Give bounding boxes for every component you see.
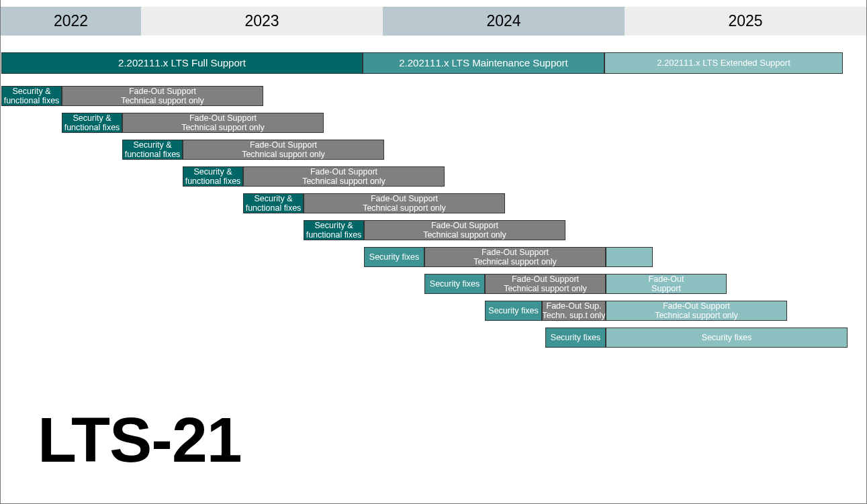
release-phase-bar: Fade-Out Support Technical support only xyxy=(485,274,606,294)
page-title: LTS-21 xyxy=(38,403,242,476)
release-phase-bar: Security fixes xyxy=(606,327,848,348)
release-phase-bar: Fade-Out Support xyxy=(606,274,727,294)
release-phase-bar: Security & functional fixes xyxy=(304,220,364,240)
release-phase-bar: Fade-Out Support Technical support only xyxy=(364,220,565,240)
release-phase-bar: Fade-Out Support Technical support only xyxy=(606,301,787,321)
release-phase-bar: Security fixes xyxy=(424,274,485,294)
release-phase-bar: Security & functional fixes xyxy=(243,193,304,213)
release-phase-bar: Security & functional fixes xyxy=(62,113,122,133)
year-cell: 2022 xyxy=(1,7,141,36)
year-cell: 2023 xyxy=(141,7,383,36)
release-phase-bar: Fade-Out Sup. Techn. sup.t only xyxy=(542,301,606,321)
release-phase-bar: Fade-Out Support Technical support only xyxy=(183,140,384,160)
lts-phase-bar: 2.202111.x LTS Extended Support xyxy=(604,52,843,74)
release-phase-bar: Fade-Out Support Technical support only xyxy=(122,113,324,133)
release-phase-bar: Security & functional fixes xyxy=(1,86,62,106)
lts-phase-bar: 2.202111.x LTS Full Support xyxy=(1,52,363,74)
release-phase-bar: Security & functional fixes xyxy=(122,140,183,160)
release-phase-bar: Fade-Out Support Technical support only xyxy=(424,247,606,267)
release-phase-bar xyxy=(606,247,653,267)
lts-phase-bar: 2.202111.x LTS Maintenance Support xyxy=(363,52,604,74)
timeline-canvas: 2022202320242025 2.202111.x LTS Full Sup… xyxy=(0,0,867,504)
year-cell: 2025 xyxy=(625,7,866,36)
release-phase-bar: Fade-Out Support Technical support only xyxy=(62,86,263,106)
release-phase-bar: Security fixes xyxy=(485,301,542,321)
release-phase-bar: Security fixes xyxy=(364,247,424,267)
year-cell: 2024 xyxy=(383,7,625,36)
year-header: 2022202320242025 xyxy=(1,7,866,36)
release-phase-bar: Security fixes xyxy=(545,327,606,348)
release-phase-bar: Fade-Out Support Technical support only xyxy=(243,166,445,187)
release-phase-bar: Security & functional fixes xyxy=(183,166,243,187)
release-phase-bar: Fade-Out Support Technical support only xyxy=(304,193,505,213)
